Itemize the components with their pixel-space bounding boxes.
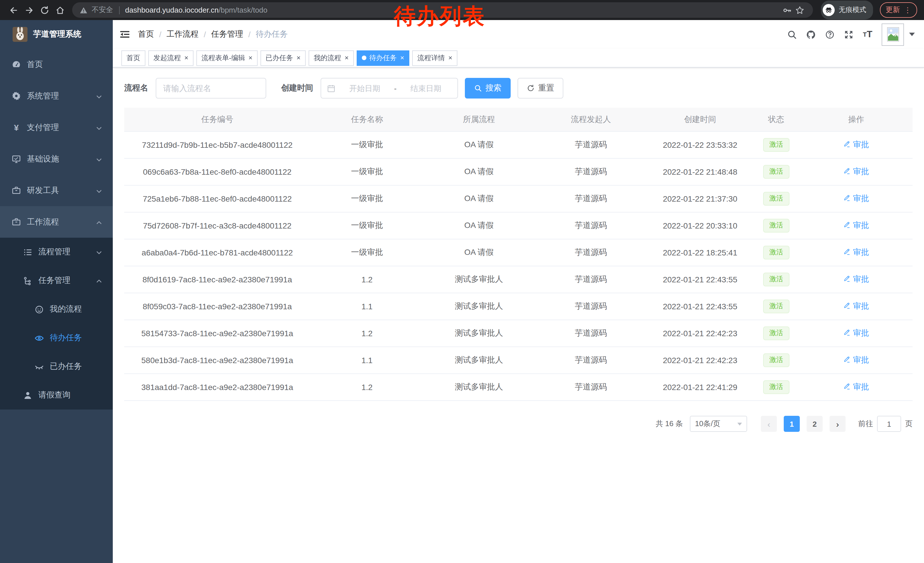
search-button[interactable]: 搜索 — [465, 78, 511, 99]
approve-link[interactable]: 审批 — [843, 382, 869, 392]
reload-icon[interactable] — [37, 2, 52, 18]
help-icon[interactable] — [820, 25, 839, 44]
tab-流程表单-编辑[interactable]: 流程表单-编辑× — [196, 50, 258, 66]
tab-label: 发起流程 — [153, 53, 181, 63]
sidebar-item-infrastructure[interactable]: 基础设施 — [0, 143, 113, 175]
refresh-icon — [527, 84, 535, 92]
page-button-1[interactable]: 1 — [784, 416, 800, 432]
password-key-icon[interactable] — [781, 2, 794, 18]
table-row: 381aa1dd-7ac8-11ec-a9e2-a2380e71991a1.2测… — [124, 374, 912, 401]
breadcrumb-item[interactable]: 任务管理 — [211, 29, 243, 39]
monitor-icon — [12, 154, 21, 164]
fullscreen-icon[interactable] — [839, 25, 858, 44]
sidebar-fold-icon[interactable] — [118, 28, 131, 41]
approve-link[interactable]: 审批 — [843, 301, 869, 312]
column-header: 任务编号 — [124, 108, 310, 131]
gear-icon — [12, 91, 21, 101]
approve-link[interactable]: 审批 — [843, 140, 869, 150]
tab-已办任务[interactable]: 已办任务× — [261, 50, 306, 66]
tab-close-icon[interactable]: × — [297, 54, 300, 61]
sidebar-item-payment[interactable]: ¥支付管理 — [0, 112, 113, 143]
tab-close-icon[interactable]: × — [448, 54, 452, 61]
sidebar-logo-row[interactable]: 芋道管理系统 — [0, 20, 113, 49]
github-icon[interactable] — [801, 25, 820, 44]
page-button-2[interactable]: 2 — [807, 416, 823, 432]
tab-待办任务[interactable]: 待办任务× — [357, 50, 410, 66]
pencil-icon — [843, 383, 851, 392]
sidebar-item-label: 工作流程 — [27, 217, 59, 227]
bookmark-star-icon[interactable] — [794, 2, 806, 18]
approve-link[interactable]: 审批 — [843, 194, 869, 204]
approve-link[interactable]: 审批 — [843, 248, 869, 258]
starter-cell: 芋道源码 — [534, 158, 648, 185]
sidebar-item-done-task[interactable]: 已办任务 — [0, 352, 113, 381]
tab-首页[interactable]: 首页 — [122, 50, 146, 66]
top-navbar: 首页/工作流程/任务管理/待办任务 TT — [113, 20, 924, 49]
sidebar-item-system[interactable]: 系统管理 — [0, 80, 113, 112]
sidebar-item-todo-task[interactable]: 待办任务 — [0, 324, 113, 352]
sidebar-item-label: 已办任务 — [50, 362, 82, 372]
reset-button[interactable]: 重置 — [518, 78, 563, 99]
browser-menu-icon[interactable]: ⋮ — [904, 6, 911, 14]
starter-cell: 芋道源码 — [534, 131, 648, 158]
approve-link[interactable]: 审批 — [843, 221, 869, 231]
approve-link[interactable]: 审批 — [843, 167, 869, 177]
starter-cell: 芋道源码 — [534, 374, 648, 401]
start-date-input[interactable] — [339, 83, 391, 93]
home-icon[interactable] — [52, 2, 68, 18]
end-date-input[interactable] — [400, 83, 452, 93]
status-cell: 激活 — [753, 347, 800, 374]
avatar-dropdown-caret-icon[interactable] — [909, 33, 915, 36]
status-badge: 激活 — [763, 192, 789, 205]
sidebar-item-label: 支付管理 — [27, 122, 59, 132]
tab-流程详情[interactable]: 流程详情× — [412, 50, 458, 66]
sidebar-item-home[interactable]: 首页 — [0, 49, 113, 80]
prev-page-button[interactable]: ‹ — [761, 416, 777, 432]
tab-label: 流程表单-编辑 — [201, 53, 245, 63]
breadcrumb-item[interactable]: 首页 — [138, 29, 154, 39]
table-row: 580e1b3d-7ac8-11ec-a9e2-a2380e71991a1.1测… — [124, 347, 912, 374]
starter-cell: 芋道源码 — [534, 239, 648, 266]
security-label: 不安全 — [92, 5, 113, 15]
chevron-up-icon — [96, 277, 102, 284]
created-time-cell: 2022-01-21 22:43:55 — [648, 266, 753, 293]
tab-发起流程[interactable]: 发起流程× — [148, 50, 194, 66]
url-bar[interactable]: 不安全 dashboard.yudao.iocoder.cn /bpm/task… — [72, 2, 813, 18]
sidebar-item-process-mgmt[interactable]: 流程管理 — [0, 238, 113, 266]
tab-close-icon[interactable]: × — [400, 54, 404, 61]
process-cell: 测试多审批人 — [424, 266, 534, 293]
next-page-button[interactable]: › — [830, 416, 846, 432]
breadcrumb-item[interactable]: 工作流程 — [166, 29, 199, 39]
sidebar-item-leave-query[interactable]: 请假查询 — [0, 381, 113, 410]
action-cell: 审批 — [800, 239, 912, 266]
tab-close-icon[interactable]: × — [184, 54, 188, 61]
approve-link[interactable]: 审批 — [843, 355, 869, 365]
sidebar-item-workflow[interactable]: 工作流程 — [0, 206, 113, 238]
process-cell: 测试多审批人 — [424, 320, 534, 347]
back-icon[interactable] — [6, 2, 21, 18]
goto-page-input[interactable] — [877, 416, 901, 432]
search-icon[interactable] — [783, 25, 801, 44]
created-time-cell: 2022-01-22 23:53:32 — [648, 131, 753, 158]
avatar[interactable] — [882, 23, 904, 45]
tab-close-icon[interactable]: × — [249, 54, 252, 61]
browser-update-button[interactable]: 更新 ⋮ — [880, 2, 917, 18]
approve-link[interactable]: 审批 — [843, 328, 869, 338]
task-name-cell: 1.2 — [310, 266, 424, 293]
sidebar-item-my-process[interactable]: 我的流程 — [0, 295, 113, 324]
browser-toolbar: 不安全 dashboard.yudao.iocoder.cn /bpm/task… — [0, 0, 924, 20]
sidebar-item-dev-tools[interactable]: 研发工具 — [0, 175, 113, 206]
update-label[interactable]: 更新 — [886, 5, 900, 15]
tab-close-icon[interactable]: × — [345, 54, 349, 61]
create-time-label: 创建时间 — [281, 83, 313, 93]
forward-icon[interactable] — [21, 2, 37, 18]
date-range-picker[interactable]: - — [321, 78, 458, 99]
task-name-cell: 一级审批 — [310, 239, 424, 266]
tab-我的流程[interactable]: 我的流程× — [309, 50, 354, 66]
process-name-input[interactable] — [156, 78, 266, 99]
approve-link[interactable]: 审批 — [843, 274, 869, 285]
incognito-icon — [823, 4, 835, 16]
font-size-icon[interactable]: TT — [858, 25, 877, 44]
sidebar-item-task-mgmt[interactable]: 任务管理 — [0, 266, 113, 295]
page-size-select[interactable]: 10条/页 — [690, 416, 747, 432]
